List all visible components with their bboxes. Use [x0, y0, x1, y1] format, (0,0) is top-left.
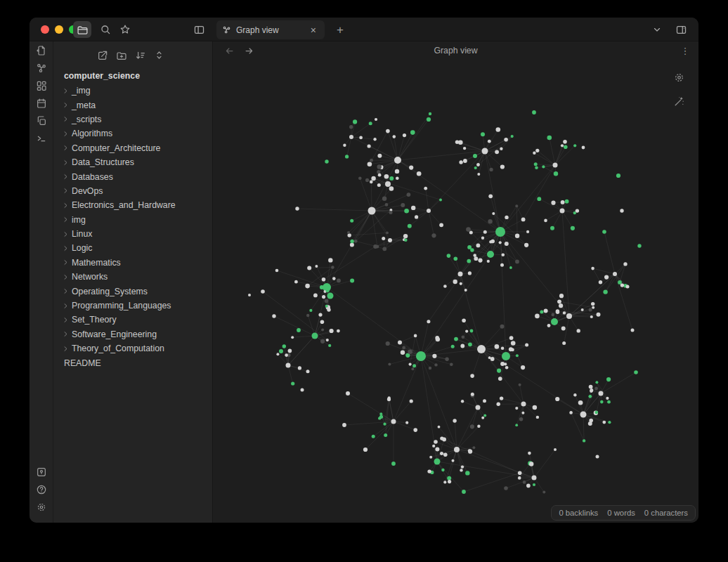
vault-icon[interactable] — [32, 464, 51, 481]
view-header: Graph view ⋮ — [213, 41, 698, 59]
quick-switcher-icon[interactable] — [32, 42, 51, 59]
chevron-right-icon — [63, 303, 72, 309]
chevron-down-icon[interactable] — [648, 21, 666, 38]
titlebar: Graph view × + — [30, 18, 698, 41]
ribbon — [30, 41, 53, 523]
graph-icon[interactable] — [32, 60, 51, 77]
explorer-folder-item[interactable]: Programming_Languages — [53, 299, 212, 313]
graph-canvas[interactable] — [213, 59, 698, 523]
explorer-folder-item[interactable]: Theory_of_Computation — [53, 341, 212, 355]
chevron-right-icon — [63, 288, 72, 294]
minimize-window-button[interactable] — [55, 25, 63, 34]
chevron-right-icon — [63, 216, 72, 223]
obsidian-window: Graph view × + — [30, 18, 698, 523]
new-tab-button[interactable]: + — [332, 21, 349, 38]
sidebar-right-icon[interactable] — [672, 21, 690, 38]
chevron-right-icon — [63, 159, 72, 166]
explorer-folder-item[interactable]: Set_Theory — [53, 313, 212, 327]
file-list: _img_meta_scriptsAlgorithmsComputer_Arch… — [53, 84, 212, 523]
explorer-file-item[interactable]: README — [53, 355, 212, 370]
chevron-right-icon — [63, 245, 72, 251]
tab-label: Graph view — [236, 25, 308, 35]
back-arrow-icon[interactable] — [221, 44, 237, 58]
status-words: 0 words — [607, 509, 635, 517]
magic-wand-icon[interactable] — [670, 92, 688, 110]
chevron-right-icon — [63, 346, 72, 352]
tab-close-icon[interactable]: × — [308, 24, 319, 37]
status-backlinks[interactable]: 0 backlinks — [559, 509, 598, 517]
chevron-right-icon — [63, 116, 72, 122]
graph-settings-gear-icon[interactable] — [670, 68, 688, 86]
explorer-folder-item[interactable]: Networks — [53, 270, 212, 284]
explorer-folder-item[interactable]: _img — [53, 84, 212, 98]
chevron-right-icon — [63, 102, 72, 108]
chevron-right-icon — [63, 88, 72, 94]
explorer-header — [53, 47, 212, 65]
explorer-folder-item[interactable]: Algorithms — [53, 126, 212, 140]
view-title: Graph view — [213, 41, 698, 59]
help-icon[interactable] — [32, 481, 51, 498]
tab-graph-view[interactable]: Graph view × — [216, 20, 325, 39]
new-folder-icon[interactable] — [113, 47, 129, 63]
chevron-right-icon — [63, 202, 72, 209]
status-characters: 0 characters — [644, 509, 688, 517]
expand-collapse-icon[interactable] — [151, 47, 167, 63]
terminal-icon[interactable] — [32, 130, 51, 147]
explorer-folder-item[interactable]: Electronics_and_Hardware — [53, 198, 212, 212]
explorer-folder-item[interactable]: DevOps — [53, 184, 212, 198]
explorer-folder-item[interactable]: Linux — [53, 227, 212, 241]
explorer-folder-item[interactable]: Databases — [53, 169, 212, 183]
sidebar-left-icon[interactable] — [190, 21, 208, 38]
more-options-icon[interactable]: ⋮ — [677, 44, 693, 58]
star-icon[interactable] — [116, 21, 134, 38]
chevron-right-icon — [63, 231, 72, 237]
explorer-folder-item[interactable]: Operating_Systems — [53, 284, 212, 298]
file-explorer: computer_science _img_meta_scriptsAlgori… — [53, 41, 213, 523]
templates-icon[interactable] — [32, 112, 51, 129]
settings-icon[interactable] — [32, 499, 51, 516]
chevron-right-icon — [63, 188, 72, 194]
explorer-folder-item[interactable]: Logic — [53, 241, 212, 255]
canvas-icon[interactable] — [32, 77, 51, 94]
close-window-button[interactable] — [41, 25, 49, 34]
explorer-folder-item[interactable]: _meta — [53, 98, 212, 112]
daily-note-icon[interactable] — [32, 95, 51, 112]
explorer-folder-item[interactable]: Data_Structures — [53, 155, 212, 169]
new-note-icon[interactable] — [94, 47, 110, 63]
explorer-folder-item[interactable]: img — [53, 213, 212, 227]
graph-icon — [222, 25, 231, 34]
explorer-folder-item[interactable]: Software_Engineering — [53, 327, 212, 341]
forward-arrow-icon[interactable] — [241, 44, 256, 58]
search-icon[interactable] — [96, 21, 115, 38]
status-bar: 0 backlinks 0 words 0 characters — [551, 505, 696, 521]
chevron-right-icon — [63, 331, 72, 337]
chevron-right-icon — [63, 317, 72, 323]
chevron-right-icon — [63, 131, 72, 137]
chevron-right-icon — [63, 274, 72, 280]
chevron-right-icon — [63, 145, 72, 151]
chevron-right-icon — [63, 259, 72, 266]
chevron-right-icon — [63, 174, 72, 180]
vault-name: computer_science — [53, 65, 212, 84]
main-pane: Graph view ⋮ 0 backlinks 0 words 0 chara… — [213, 41, 698, 523]
folder-icon[interactable] — [73, 21, 91, 38]
sort-icon[interactable] — [132, 47, 148, 63]
explorer-folder-item[interactable]: _scripts — [53, 112, 212, 126]
explorer-folder-item[interactable]: Mathematics — [53, 256, 212, 270]
explorer-folder-item[interactable]: Computer_Architecture — [53, 141, 212, 155]
